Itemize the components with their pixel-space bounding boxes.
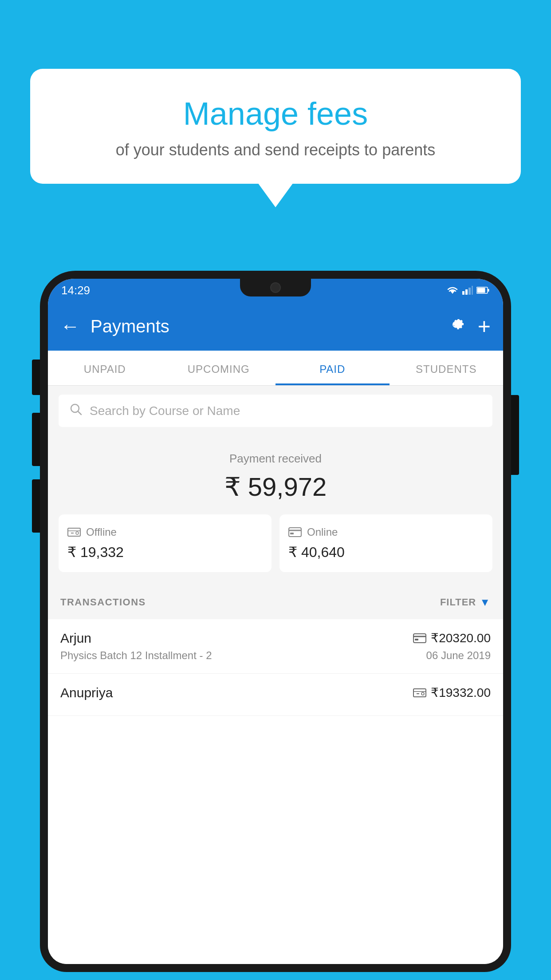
status-time: 14:29 — [61, 284, 90, 297]
offline-icon — [67, 526, 81, 538]
payment-cards: Offline ₹ 19,332 Online — [59, 514, 492, 572]
offline-card: Offline ₹ 19,332 — [59, 514, 272, 572]
transactions-header: TRANSACTIONS FILTER ▼ — [48, 585, 503, 619]
offline-label: Offline — [86, 526, 117, 538]
transaction-row-bottom: Physics Batch 12 Installment - 2 06 June… — [60, 649, 491, 662]
phone-outer: 14:29 — [40, 271, 511, 972]
filter-label: FILTER — [440, 597, 476, 608]
payment-received-label: Payment received — [59, 452, 492, 466]
search-icon — [69, 403, 83, 419]
phone-container: 14:29 — [40, 271, 511, 980]
svg-rect-6 — [488, 289, 489, 292]
filter-icon: ▼ — [480, 596, 491, 609]
offline-amount: ₹ 19,332 — [67, 544, 124, 561]
gear-svg — [447, 316, 464, 333]
svg-point-13 — [76, 532, 79, 534]
transaction-course: Physics Batch 12 Installment - 2 — [60, 649, 212, 662]
speech-bubble-container: Manage fees of your students and send re… — [30, 69, 521, 207]
payment-amount: ₹ 59,972 — [59, 472, 492, 502]
speech-bubble-title: Manage fees — [57, 95, 494, 132]
wifi-icon — [446, 286, 459, 295]
tab-students[interactable]: STUDENTS — [390, 351, 504, 385]
camera — [270, 282, 281, 293]
svg-rect-17 — [413, 634, 426, 643]
notch — [240, 279, 311, 296]
transaction-row-top: Anupriya ₹19332.00 — [60, 685, 491, 700]
transaction-amount: ₹19332.00 — [431, 685, 491, 700]
search-box[interactable]: Search by Course or Name — [59, 395, 492, 427]
app-bar-icons: + — [447, 313, 491, 339]
app-bar-title: Payments — [91, 316, 447, 336]
transactions-label: TRANSACTIONS — [60, 597, 146, 608]
online-icon — [288, 527, 302, 537]
svg-rect-14 — [289, 528, 301, 537]
transaction-date: 06 June 2019 — [426, 649, 491, 662]
tab-unpaid[interactable]: UNPAID — [48, 351, 162, 385]
settings-icon[interactable] — [447, 316, 464, 337]
search-svg — [69, 403, 83, 416]
transaction-name: Anupriya — [60, 685, 113, 700]
transaction-row-top: Arjun ₹20320.00 — [60, 631, 491, 646]
payment-summary: Payment received ₹ 59,972 Offlin — [48, 436, 503, 585]
svg-rect-7 — [477, 288, 485, 293]
battery-icon — [476, 287, 490, 294]
online-label: Online — [307, 526, 338, 538]
svg-rect-16 — [290, 533, 294, 534]
speech-bubble-tail — [258, 183, 293, 207]
signal-icon — [462, 286, 473, 295]
tab-paid[interactable]: PAID — [276, 351, 390, 385]
transaction-amount: ₹20320.00 — [431, 631, 491, 645]
search-placeholder-text: Search by Course or Name — [90, 404, 240, 418]
online-card: Online ₹ 40,640 — [279, 514, 492, 572]
svg-point-23 — [421, 692, 424, 695]
transaction-row[interactable]: Arjun ₹20320.00 Physics Batch — [48, 619, 503, 674]
transaction-amount-wrap: ₹20320.00 — [413, 631, 491, 645]
tab-upcoming[interactable]: UPCOMING — [162, 351, 276, 385]
add-icon[interactable]: + — [478, 313, 491, 339]
svg-rect-19 — [415, 639, 418, 640]
svg-rect-3 — [468, 288, 471, 295]
filter-button[interactable]: FILTER ▼ — [440, 596, 491, 609]
speech-bubble: Manage fees of your students and send re… — [30, 69, 521, 184]
transaction-list: Arjun ₹20320.00 Physics Batch — [48, 619, 503, 964]
tabs: UNPAID UPCOMING PAID STUDENTS — [48, 351, 503, 386]
transaction-amount-wrap: ₹19332.00 — [413, 685, 491, 700]
svg-rect-1 — [462, 291, 464, 295]
offline-card-header: Offline — [67, 526, 117, 538]
transaction-mode-icon — [413, 687, 426, 699]
phone-screen: 14:29 — [48, 279, 503, 964]
transaction-row[interactable]: Anupriya ₹19332.00 — [48, 674, 503, 716]
speech-bubble-subtitle: of your students and send receipts to pa… — [57, 141, 494, 159]
svg-rect-4 — [472, 286, 473, 295]
app-bar: ← Payments + — [48, 302, 503, 351]
transaction-name: Arjun — [60, 631, 91, 646]
back-button[interactable]: ← — [60, 315, 80, 337]
transaction-mode-icon — [413, 633, 426, 643]
status-icons — [446, 286, 490, 295]
online-card-header: Online — [288, 526, 338, 538]
svg-line-9 — [78, 411, 81, 415]
online-amount: ₹ 40,640 — [288, 544, 345, 561]
search-container: Search by Course or Name — [48, 386, 503, 436]
svg-rect-2 — [465, 289, 468, 295]
